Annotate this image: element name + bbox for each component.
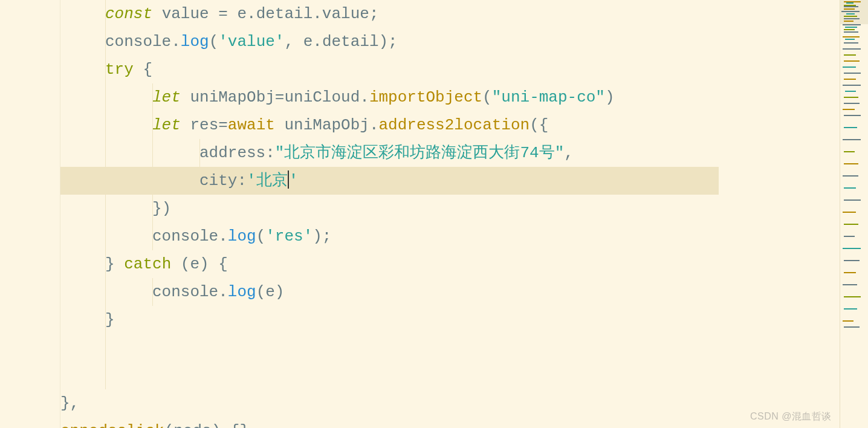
code-line[interactable]: onnodeclick(node) {}, [60, 417, 719, 428]
code-area[interactable]: const value = e.detail.value;console.log… [60, 0, 719, 428]
minimap[interactable] [840, 0, 868, 428]
minimap-block [844, 296, 861, 297]
token: ( [209, 33, 219, 51]
code-line-content: city:'北京' [60, 172, 298, 190]
code-line[interactable]: city:'北京' [60, 167, 719, 195]
minimap-block [845, 27, 857, 28]
minimap-block [844, 97, 858, 98]
code-line[interactable] [60, 334, 719, 362]
code-line[interactable]: console.log('value', e.detail); [60, 28, 719, 56]
minimap-block [844, 29, 855, 30]
code-line-content: }) [60, 199, 171, 218]
code-line-content: } catch (e) { [60, 255, 228, 273]
token: onnodeclick [60, 422, 164, 428]
minimap-block [843, 320, 853, 322]
minimap-block [844, 16, 857, 17]
code-editor[interactable]: const value = e.detail.value;console.log… [0, 0, 719, 428]
minimap-block [844, 115, 861, 116]
token: value = e.detail.value; [162, 5, 379, 23]
token: ); [313, 227, 331, 245]
token: res= [190, 116, 227, 134]
code-line[interactable]: let uniMapObj=uniCloud.importObject("uni… [60, 83, 719, 111]
token: console. [152, 283, 228, 301]
minimap-block [844, 163, 858, 164]
code-line-content: console.log(e) [60, 283, 284, 301]
token: catch [124, 255, 171, 273]
token: uniMapObj=uniCloud. [190, 88, 369, 106]
minimap-block [843, 85, 861, 86]
token: ({ [530, 116, 548, 134]
token: }, [60, 394, 79, 412]
minimap-block [844, 199, 861, 201]
token: (node) {}, [164, 422, 259, 428]
token: 'res' [265, 227, 313, 245]
token: , [564, 144, 574, 162]
minimap-block [843, 109, 855, 110]
token: ' [289, 172, 299, 190]
minimap-block [844, 326, 860, 328]
code-line[interactable]: } [60, 306, 719, 334]
minimap-block [843, 212, 856, 213]
minimap-block [844, 60, 860, 62]
minimap-block [844, 8, 855, 10]
minimap-block [844, 21, 853, 22]
token: const [105, 5, 162, 23]
token: log [228, 283, 256, 301]
minimap-block [843, 24, 861, 25]
token: "北京市海淀区彩和坊路海淀西大街74号" [275, 144, 564, 162]
code-line-content: } [60, 311, 115, 329]
code-line[interactable]: let res=await uniMapObj.address2location… [60, 111, 719, 139]
code-line-content: let uniMapObj=uniCloud.importObject("uni… [60, 88, 615, 106]
token: log [181, 33, 209, 51]
token: address2location [379, 116, 530, 134]
minimap-block [843, 175, 858, 177]
code-line-content [60, 339, 105, 357]
watermark: CSDN @混血哲谈 [750, 410, 832, 423]
token: "uni-map-co" [492, 88, 605, 106]
minimap-block [844, 6, 858, 7]
token: let [152, 88, 190, 106]
token: 'value' [218, 33, 284, 51]
token: } [105, 255, 124, 273]
code-line-content: const value = e.detail.value; [60, 5, 378, 23]
minimap-block [843, 48, 861, 50]
code-line[interactable]: } catch (e) { [60, 250, 719, 278]
minimap-block [844, 54, 856, 56]
code-line-content: }, [60, 394, 79, 412]
minimap-block [844, 236, 855, 237]
token: uniMapObj. [284, 116, 378, 134]
code-line[interactable]: console.log('res'); [60, 222, 719, 250]
minimap-block [844, 151, 855, 152]
token: console. [105, 33, 181, 51]
code-line[interactable] [60, 362, 719, 389]
code-line-content: try { [60, 60, 152, 79]
token: ) [605, 88, 615, 106]
token: try [105, 60, 134, 79]
code-line[interactable]: try { [60, 56, 719, 83]
minimap-block [844, 308, 857, 310]
minimap-block [841, 11, 860, 12]
token: '北京 [247, 172, 288, 190]
code-line[interactable]: const value = e.detail.value; [60, 0, 719, 28]
minimap-block [844, 187, 856, 189]
token: (e) [256, 283, 285, 301]
code-line[interactable]: }) [60, 195, 719, 222]
minimap-block [846, 13, 855, 15]
token: } [105, 311, 115, 329]
minimap-block [844, 127, 857, 128]
token: { [134, 60, 152, 79]
token: address: [199, 144, 275, 162]
code-line[interactable]: address:"北京市海淀区彩和坊路海淀西大街74号", [60, 139, 719, 167]
code-line[interactable]: }, [60, 389, 719, 417]
code-line[interactable]: console.log(e) [60, 278, 719, 306]
token: let [152, 116, 190, 134]
minimap-block [843, 248, 861, 249]
token: importObject [369, 88, 482, 106]
minimap-block [845, 91, 856, 92]
minimap-block [844, 272, 856, 273]
code-line-content: onnodeclick(node) {}, [60, 422, 259, 428]
gutter [0, 0, 60, 428]
minimap-block [844, 224, 858, 225]
code-line-content [60, 366, 105, 384]
minimap-block [844, 103, 860, 104]
